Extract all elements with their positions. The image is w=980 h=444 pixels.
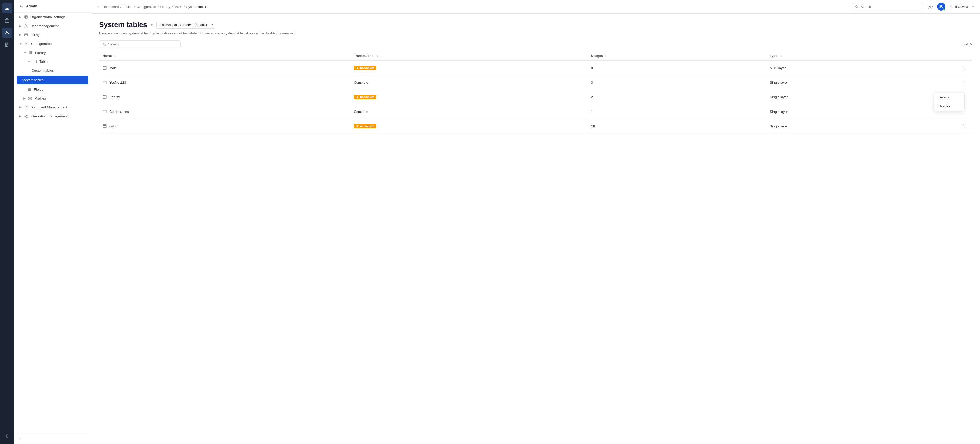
topbar: ← Dashboard / Tables / Configuration / L…: [91, 0, 980, 14]
td-usages: 18: [587, 119, 766, 133]
sidebar-item-custom-tables[interactable]: Custom tables: [14, 66, 91, 75]
svg-point-8: [26, 43, 27, 44]
svg-rect-16: [30, 99, 32, 100]
td-type: Multi-layer: [766, 60, 956, 75]
library-label: Library: [35, 51, 46, 55]
row-actions-button[interactable]: ⋮: [959, 122, 968, 130]
sidebar-item-configuration[interactable]: ▼ Configuration: [14, 39, 91, 48]
page-title-row: System tables • English (United States) …: [99, 21, 972, 29]
chevron-right-icon: ▶: [19, 15, 21, 19]
context-menu-usages[interactable]: Usages: [934, 102, 964, 111]
table-grid-icon: [103, 109, 107, 114]
breadcrumb: ← Dashboard / Tables / Configuration / L…: [97, 4, 207, 9]
profiles-label: Profiles: [35, 97, 46, 100]
integration-management-label: Integration management: [30, 114, 68, 118]
custom-tables-label: Custom tables: [32, 69, 54, 73]
table-search-box[interactable]: [99, 40, 181, 48]
th-type[interactable]: Type ↑↓: [766, 51, 956, 60]
expand-sidebar-icon[interactable]: ⟩⟩: [2, 431, 12, 441]
sidebar-item-org-settings[interactable]: ▶ Organisational settings: [14, 13, 91, 21]
table-search-input[interactable]: [108, 42, 177, 46]
global-search-box[interactable]: [852, 3, 923, 11]
sidebar-admin-header: Admin: [14, 0, 91, 13]
svg-rect-12: [33, 60, 37, 63]
sidebar-item-fields[interactable]: Fields: [14, 85, 91, 94]
sort-usages-icon[interactable]: ↑↓: [605, 54, 608, 57]
chevron-down-icon: ▼: [19, 42, 22, 45]
sidebar: Admin ▶ Organisational settings ▶ User m…: [14, 0, 91, 444]
user-circle-icon[interactable]: [2, 27, 12, 38]
page-content: System tables • English (United States) …: [91, 14, 980, 444]
svg-point-17: [26, 114, 27, 116]
system-tables-table: Name ↑↓ Translations ↑↓ Usages ↑↓ Type ↑…: [99, 51, 972, 133]
sidebar-item-integration-management[interactable]: ▶ Integration management: [14, 112, 91, 121]
sidebar-item-library[interactable]: ▼ Library: [14, 48, 91, 57]
td-name: Priority: [99, 90, 350, 105]
document-icon[interactable]: [2, 40, 12, 50]
td-translations: % Incomplete: [350, 60, 587, 75]
svg-rect-27: [103, 125, 106, 128]
svg-point-21: [930, 6, 931, 7]
chevron-right-icon: ▶: [19, 106, 21, 109]
incomplete-badge: % Incomplete: [354, 95, 376, 99]
svg-point-6: [26, 25, 27, 26]
row-actions-button[interactable]: ⋮: [959, 79, 968, 86]
svg-point-5: [25, 24, 26, 26]
incomplete-percent-icon: %: [356, 95, 358, 98]
user-dropdown-icon[interactable]: ▾: [972, 5, 974, 8]
language-select[interactable]: English (United States) (default)FrenchG…: [156, 21, 215, 29]
svg-rect-25: [103, 95, 106, 98]
svg-point-22: [103, 43, 106, 45]
svg-rect-23: [103, 67, 106, 70]
svg-point-20: [856, 5, 858, 8]
sidebar-item-tables[interactable]: ▼ Tables: [14, 57, 91, 66]
breadcrumb-table[interactable]: Table: [174, 5, 182, 9]
breadcrumb-configuration[interactable]: Configuration: [136, 5, 156, 9]
breadcrumb-dashboard[interactable]: Dashboard: [103, 5, 119, 9]
td-usages: 3: [587, 75, 766, 90]
document-management-label: Document Management: [30, 105, 67, 109]
td-usages: 2: [587, 90, 766, 105]
td-usages: 0: [587, 60, 766, 75]
sidebar-item-system-tables[interactable]: System tables: [17, 76, 88, 84]
breadcrumb-library[interactable]: Library: [160, 5, 170, 9]
online-indicator: [943, 9, 945, 11]
td-name: color: [99, 119, 350, 133]
search-icon: [855, 5, 859, 8]
back-arrow-icon[interactable]: ←: [97, 4, 101, 9]
sidebar-collapse-button[interactable]: «: [14, 433, 91, 444]
th-translations[interactable]: Translations ↑↓: [350, 51, 587, 60]
th-actions: [956, 51, 972, 60]
language-selector-wrapper[interactable]: English (United States) (default)FrenchG…: [156, 21, 215, 29]
sidebar-item-billing[interactable]: ▶ Billing: [14, 30, 91, 39]
cloud-icon[interactable]: ☁: [2, 3, 12, 13]
table-search-icon: [103, 43, 106, 46]
global-search-input[interactable]: [861, 5, 920, 9]
sort-type-icon[interactable]: ↑↓: [780, 54, 782, 57]
user-name: Sunil Gowda: [949, 5, 968, 9]
row-actions-button[interactable]: ⋮: [959, 64, 968, 72]
gift-icon[interactable]: [2, 15, 12, 25]
context-menu: Details Usages: [934, 93, 965, 111]
context-menu-details[interactable]: Details: [934, 93, 964, 102]
th-usages[interactable]: Usages ↑↓: [587, 51, 766, 60]
sidebar-item-profiles[interactable]: ▶ Profiles: [14, 94, 91, 103]
table-grid-icon: [103, 66, 107, 70]
sidebar-item-document-management[interactable]: ▶ Document Management: [14, 103, 91, 112]
th-name[interactable]: Name ↑↓: [99, 51, 350, 60]
table-grid-icon: [103, 80, 107, 84]
breadcrumb-tables[interactable]: Tables: [123, 5, 132, 9]
sort-name-icon[interactable]: ↑↓: [114, 54, 116, 57]
main-area: ← Dashboard / Tables / Configuration / L…: [91, 0, 980, 444]
svg-rect-15: [29, 99, 30, 100]
svg-rect-14: [30, 97, 32, 98]
svg-rect-7: [24, 34, 27, 36]
td-name: Color names: [99, 105, 350, 119]
page-title: System tables: [99, 21, 147, 29]
icon-bar: ☁ ⟩⟩: [0, 0, 14, 444]
sort-translations-icon[interactable]: ↑↓: [375, 54, 378, 57]
gear-icon[interactable]: [928, 4, 933, 10]
sidebar-item-user-management[interactable]: ▶ User management: [14, 21, 91, 30]
td-name: India: [99, 60, 350, 75]
table-header-row: Name ↑↓ Translations ↑↓ Usages ↑↓ Type ↑…: [99, 51, 972, 60]
